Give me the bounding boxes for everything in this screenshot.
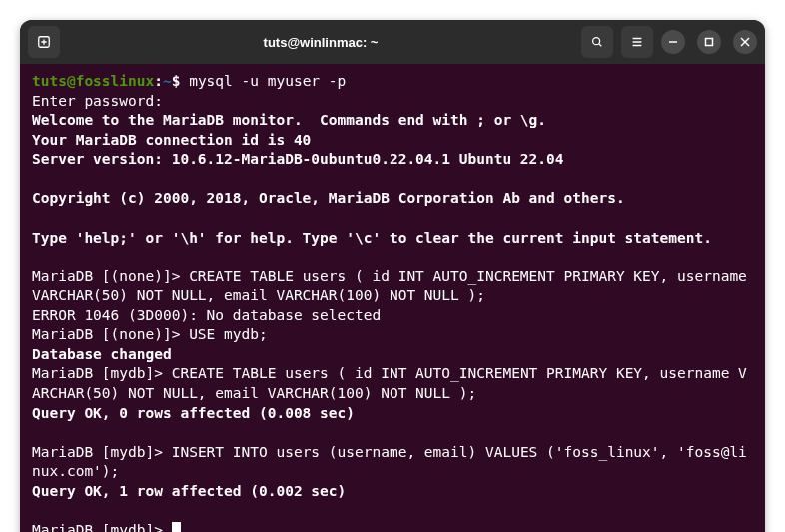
sql-statement: USE mydb;	[189, 326, 268, 342]
prompt-path: ~	[163, 73, 172, 89]
output-line: Welcome to the MariaDB monitor. Commands…	[32, 111, 753, 131]
output-line: Database changed	[32, 345, 753, 365]
output-line: Server version: 10.6.12-MariaDB-0ubuntu0…	[32, 150, 753, 170]
svg-rect-9	[706, 39, 713, 46]
output-line: Type 'help;' or '\h' for help. Type '\c'…	[32, 229, 753, 249]
svg-point-3	[593, 38, 600, 45]
mariadb-prompt: MariaDB [mydb]>	[32, 444, 172, 460]
output-line: Enter password:	[32, 92, 753, 112]
svg-line-4	[599, 44, 602, 47]
output-line: Query OK, 1 row affected (0.002 sec)	[32, 482, 753, 502]
mariadb-prompt: MariaDB [mydb]>	[32, 365, 172, 381]
menu-button[interactable]	[621, 26, 653, 58]
new-tab-button[interactable]	[28, 26, 60, 58]
output-line: Query OK, 0 rows affected (0.008 sec)	[32, 404, 753, 424]
window-title: tuts@winlinmac: ~	[60, 35, 581, 50]
command-mysql: mysql -u myuser -p	[180, 73, 346, 89]
prompt-user: tuts@fosslinux	[32, 73, 154, 89]
titlebar: tuts@winlinmac: ~	[20, 20, 765, 64]
terminal-content[interactable]: tuts@fosslinux:~$ mysql -u myuser -pEnte…	[20, 64, 765, 532]
output-line: Your MariaDB connection id is 40	[32, 131, 753, 151]
close-button[interactable]	[733, 30, 757, 54]
mariadb-prompt: MariaDB [(none)]>	[32, 268, 189, 284]
output-line: Copyright (c) 2000, 2018, Oracle, MariaD…	[32, 189, 753, 209]
cursor	[172, 522, 181, 532]
search-button[interactable]	[581, 26, 613, 58]
mariadb-prompt: MariaDB [(none)]>	[32, 326, 189, 342]
minimize-button[interactable]	[661, 30, 685, 54]
output-error: ERROR 1046 (3D000): No database selected	[32, 306, 753, 326]
maximize-button[interactable]	[697, 30, 721, 54]
mariadb-prompt: MariaDB [mydb]>	[32, 522, 172, 532]
prompt-separator: :	[154, 73, 163, 89]
terminal-window: tuts@winlinmac: ~ tuts@fosslinux:~$ m	[20, 20, 765, 532]
